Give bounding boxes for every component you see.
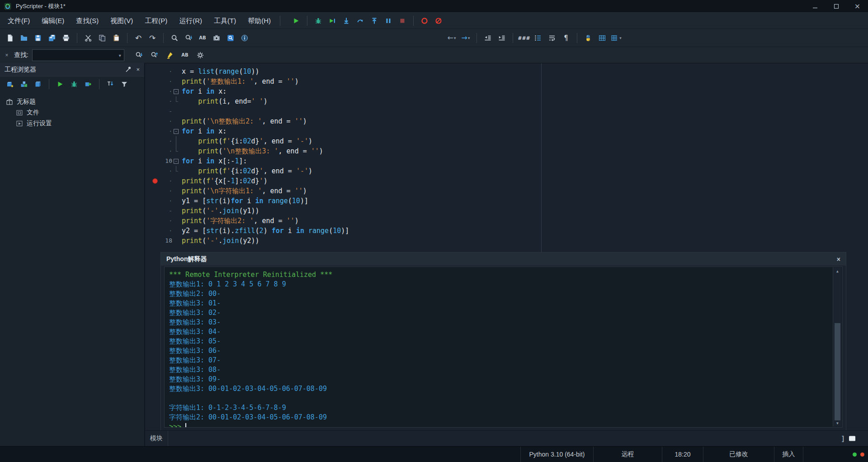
code-line[interactable]: ·-for i in x: <box>145 86 868 96</box>
breakpoint-margin[interactable] <box>145 206 160 216</box>
code-line[interactable]: ·print(f'{x[-1]:02d}') <box>145 176 868 186</box>
fold-margin[interactable] <box>172 116 180 126</box>
run-to-cursor-button[interactable] <box>326 14 339 27</box>
menu-help[interactable]: 帮助(H) <box>242 13 277 29</box>
code-line[interactable]: · print('\n整数输出3: ', end = '') <box>145 146 868 156</box>
export-project-button[interactable] <box>82 78 94 90</box>
menu-file[interactable]: 文件(F) <box>2 13 36 29</box>
menu-edit[interactable]: 编辑(E) <box>36 13 70 29</box>
tree-item-files[interactable]: 文件 <box>0 107 144 118</box>
search-input[interactable]: ▾ <box>32 49 124 61</box>
step-over-button[interactable] <box>354 14 367 27</box>
code-line[interactable]: ·print('\n整数输出2: ', end = '') <box>145 116 868 126</box>
code-line[interactable]: 18print('-'.join(y2)) <box>145 236 868 246</box>
breakpoint-margin[interactable] <box>145 196 160 206</box>
pin-icon[interactable] <box>124 66 132 74</box>
code-line[interactable]: ·print('\n字符输出1: ', end = '') <box>145 186 868 196</box>
breakpoint-margin[interactable] <box>145 116 160 126</box>
pause-button[interactable] <box>382 14 395 27</box>
breakpoint-margin[interactable] <box>145 156 160 166</box>
code-line[interactable]: 10-for i in x[:-1]: <box>145 156 868 166</box>
toggle-breakpoint-button[interactable] <box>418 14 431 27</box>
save-all-button[interactable] <box>46 32 58 44</box>
clear-breakpoints-button[interactable] <box>432 14 445 27</box>
breakpoint-margin[interactable] <box>145 216 160 226</box>
find-next-occurrence-button[interactable] <box>132 49 145 62</box>
open-file-button[interactable] <box>18 32 30 44</box>
python-engine-button[interactable] <box>582 32 594 44</box>
find-next-button[interactable] <box>182 32 195 44</box>
maximize-button[interactable] <box>826 0 847 12</box>
fold-margin[interactable] <box>172 106 180 116</box>
save-project-button[interactable] <box>32 78 44 90</box>
run-button[interactable] <box>290 14 302 27</box>
step-into-button[interactable] <box>340 14 353 27</box>
tab-module1[interactable]: 模块 <box>145 431 168 446</box>
tab-scroll-icon[interactable]: ] <box>842 435 844 442</box>
breakpoint-margin[interactable] <box>145 76 160 86</box>
code-line[interactable]: - <box>145 106 868 116</box>
breakpoint-margin[interactable] <box>145 176 160 186</box>
fold-margin[interactable] <box>172 226 180 236</box>
layouts-menu-button[interactable]: ▾ <box>610 32 623 44</box>
project-group-button[interactable] <box>18 78 30 90</box>
breakpoint-margin[interactable] <box>145 106 160 116</box>
code-line[interactable]: ·y2 = [str(i).zfill(2) for i in range(10… <box>145 226 868 236</box>
fold-margin[interactable]: - <box>172 126 180 136</box>
breakpoint-margin[interactable] <box>145 86 160 96</box>
tree-item-run-settings[interactable]: 运行设置 <box>0 118 144 129</box>
print-file-button[interactable] <box>60 32 72 44</box>
find-settings-button[interactable] <box>194 49 207 62</box>
highlight-search-button[interactable] <box>163 49 176 62</box>
fold-margin[interactable]: - <box>172 86 180 96</box>
fold-margin[interactable] <box>172 236 180 246</box>
tree-item-untitled[interactable]: 无标题 <box>0 96 144 107</box>
breakpoint-margin[interactable] <box>145 186 160 196</box>
code-line[interactable]: ·y1 = [str(i)for i in range(10)] <box>145 196 868 206</box>
breakpoint-margin[interactable] <box>145 126 160 136</box>
fold-margin[interactable]: - <box>172 156 180 166</box>
menu-project[interactable]: 工程(P) <box>139 13 173 29</box>
browse-button[interactable] <box>224 32 237 44</box>
code-line[interactable]: · print(f'{i:02d}', end = '-') <box>145 136 868 146</box>
special-characters-button[interactable]: ### <box>518 32 530 44</box>
panel-close-icon[interactable]: × <box>136 66 140 73</box>
new-editor-icon[interactable] <box>848 434 856 443</box>
navigate-back-button[interactable]: ←▾ <box>445 32 458 44</box>
step-out-button[interactable] <box>368 14 381 27</box>
interpreter-header[interactable]: Python解释器 × <box>161 252 846 266</box>
fold-margin[interactable] <box>172 146 180 156</box>
about-button[interactable] <box>238 32 251 44</box>
breakpoint-margin[interactable] <box>145 226 160 236</box>
scrollbar-thumb[interactable] <box>835 323 840 420</box>
dedent-button[interactable] <box>481 32 494 44</box>
code-line[interactable]: ·x = list(range(10)) <box>145 67 868 76</box>
breakpoint-margin[interactable] <box>145 236 160 246</box>
minimize-button[interactable] <box>804 0 826 12</box>
breakpoint-margin[interactable] <box>145 146 160 156</box>
debug-button[interactable] <box>312 14 325 27</box>
fold-margin[interactable] <box>172 216 180 226</box>
new-file-button[interactable] <box>4 32 16 44</box>
find-previous-occurrence-button[interactable] <box>148 49 160 62</box>
navigate-forward-button[interactable]: →▾ <box>459 32 472 44</box>
menu-tools[interactable]: 工具(T) <box>208 13 242 29</box>
debug-project-button[interactable] <box>68 78 80 90</box>
breakpoint-margin[interactable] <box>145 136 160 146</box>
undo-button[interactable]: ↶ <box>132 32 145 44</box>
scroll-up-icon[interactable]: ▲ <box>833 267 842 275</box>
redo-button[interactable]: ↷ <box>146 32 159 44</box>
fold-margin[interactable] <box>172 136 180 146</box>
interpreter-close-icon[interactable]: × <box>837 256 840 263</box>
stop-button[interactable] <box>396 14 409 27</box>
replace-button[interactable]: AB <box>196 32 209 44</box>
menu-search[interactable]: 查找(S) <box>70 13 104 29</box>
breakpoint-margin[interactable] <box>145 166 160 176</box>
fold-margin[interactable] <box>172 206 180 216</box>
fold-margin[interactable] <box>172 67 180 76</box>
show-whitespace-button[interactable]: ¶ <box>560 32 572 44</box>
save-file-button[interactable] <box>32 32 44 44</box>
fold-margin[interactable] <box>172 186 180 196</box>
indent-button[interactable] <box>495 32 508 44</box>
code-line[interactable]: ·print('字符输出2: ', end = '') <box>145 216 868 226</box>
